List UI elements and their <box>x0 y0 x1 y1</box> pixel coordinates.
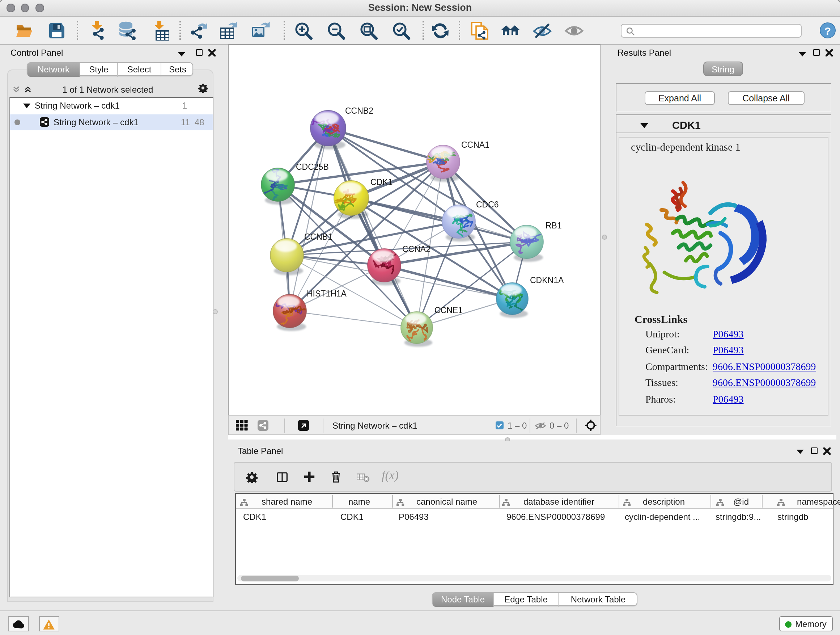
svg-text:CDC6: CDC6 <box>476 200 499 209</box>
svg-text:CCNB1: CCNB1 <box>304 232 332 241</box>
svg-text:CCNE1: CCNE1 <box>434 306 462 315</box>
svg-text:CDC25B: CDC25B <box>295 162 328 172</box>
svg-text:CDK1: CDK1 <box>370 177 392 187</box>
svg-text:CCNB2: CCNB2 <box>345 106 373 116</box>
svg-text:RB1: RB1 <box>545 221 561 230</box>
svg-text:CCNA1: CCNA1 <box>461 140 489 149</box>
svg-text:CDKN1A: CDKN1A <box>530 276 564 285</box>
svg-text:CCNA2: CCNA2 <box>402 244 430 254</box>
svg-text:HIST1H1A: HIST1H1A <box>306 289 347 298</box>
